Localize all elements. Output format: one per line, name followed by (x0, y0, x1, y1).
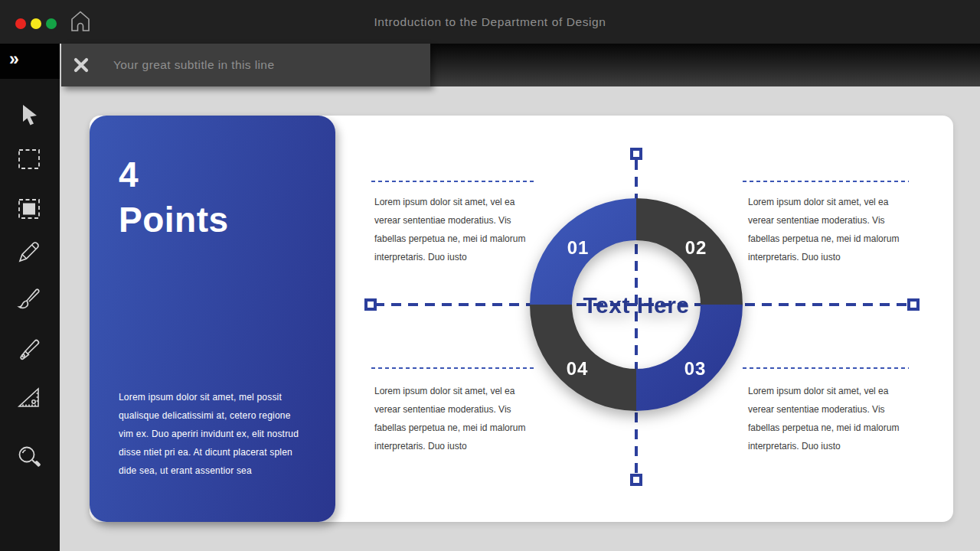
pen-tool-button[interactable] (15, 335, 44, 364)
pen-icon (15, 336, 43, 364)
pointer-icon (15, 101, 43, 129)
title-bar: Introduction to the Department of Design (0, 0, 980, 44)
panel-title: 4 Points (119, 152, 229, 243)
ruler-icon (15, 384, 43, 412)
pencil-icon (15, 238, 43, 266)
editor-canvas: 4 Points Lorem ipsum dolor sit amet, mel… (60, 86, 980, 551)
guide-handle-left (364, 298, 377, 311)
pointer-tool-button[interactable] (15, 100, 44, 129)
guide-handle-right (907, 298, 920, 311)
separator-bottom-right (743, 367, 909, 369)
panel-title-line1: 4 (119, 152, 229, 197)
magnifier-icon (15, 444, 43, 471)
brush-tool-button[interactable] (15, 284, 44, 313)
donut-diagram[interactable]: 01 02 03 04 Text Here (521, 190, 751, 419)
pencil-tool-button[interactable] (15, 237, 44, 266)
subtitle-text[interactable]: Your great subtitle in this line (113, 44, 274, 86)
panel-body-text: Lorem ipsum dolor sit amet, mel possit q… (119, 388, 304, 480)
guide-handle-bottom (630, 474, 642, 486)
zoom-tool-button[interactable] (15, 443, 44, 472)
close-icon[interactable] (74, 57, 89, 73)
segment-number-04: 04 (567, 358, 589, 379)
text-block-bottom-right: Lorem ipsum dolor sit amet, vel ea verea… (748, 382, 913, 455)
fill-select-tool-button[interactable] (15, 194, 44, 223)
separator-top-left (371, 181, 536, 182)
fill-select-icon (15, 195, 43, 223)
segment-number-02: 02 (685, 237, 707, 258)
header-band (430, 44, 980, 86)
text-block-top-left: Lorem ipsum dolor sit amet, vel ea verea… (374, 193, 540, 266)
brush-icon (15, 285, 43, 312)
segment-number-01: 01 (567, 237, 590, 258)
donut-center-label[interactable]: Text Here (583, 292, 689, 318)
guide-handle-top (630, 148, 642, 160)
slide[interactable]: 4 Points Lorem ipsum dolor sit amet, mel… (90, 116, 953, 522)
segment-number-03: 03 (684, 358, 707, 379)
title-panel[interactable]: 4 Points Lorem ipsum dolor sit amet, mel… (90, 116, 335, 522)
marquee-select-tool-button[interactable] (15, 145, 44, 174)
subtitle-bar: Your great subtitle in this line (61, 44, 430, 86)
separator-top-right (743, 181, 909, 182)
separator-bottom-left (371, 367, 536, 369)
text-block-top-right: Lorem ipsum dolor sit amet, vel ea verea… (748, 193, 913, 266)
double-chevron-icon: » (9, 49, 18, 69)
panel-title-line2: Points (119, 197, 229, 243)
tool-sidebar (0, 79, 60, 551)
text-block-bottom-left: Lorem ipsum dolor sit amet, vel ea verea… (374, 382, 540, 455)
ruler-tool-button[interactable] (15, 383, 44, 412)
marquee-select-icon (15, 145, 43, 173)
sidebar-expand-button[interactable]: » (0, 44, 60, 79)
window-title: Introduction to the Department of Design (0, 0, 980, 44)
